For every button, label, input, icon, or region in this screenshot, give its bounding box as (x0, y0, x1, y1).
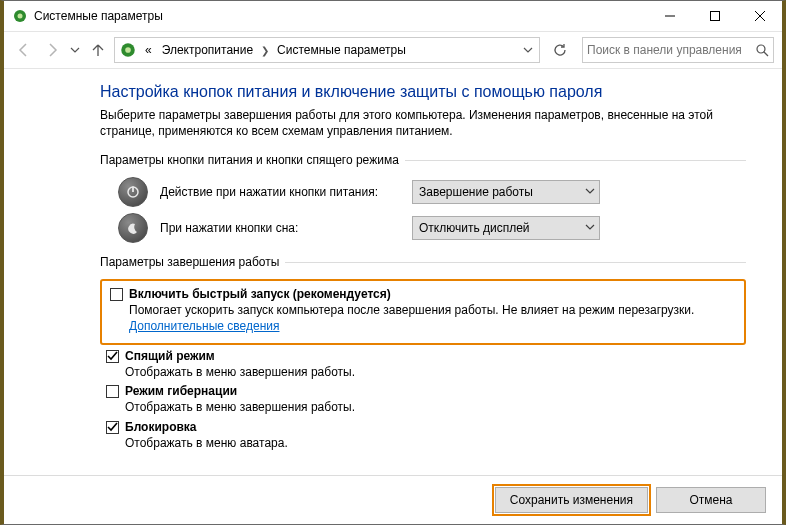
chevron-right-icon: ❯ (259, 45, 271, 56)
cancel-button[interactable]: Отмена (656, 487, 766, 513)
minimize-button[interactable] (647, 1, 692, 31)
breadcrumb-seg-2[interactable]: Системные параметры (273, 38, 410, 62)
address-bar[interactable]: « Электропитание ❯ Системные параметры (114, 37, 540, 63)
svg-rect-3 (710, 12, 719, 21)
maximize-button[interactable] (692, 1, 737, 31)
lock-checkbox[interactable] (106, 421, 119, 434)
option-sleep: Спящий режим Отображать в меню завершени… (106, 349, 746, 381)
breadcrumb-root[interactable]: « (141, 38, 156, 62)
sleep-checkbox[interactable] (106, 350, 119, 363)
location-icon (119, 41, 137, 59)
sleep-button-action-select[interactable]: Отключить дисплей (412, 216, 600, 240)
select-value: Завершение работы (419, 185, 533, 199)
app-icon (12, 8, 28, 24)
option-title: Режим гибернации (125, 384, 237, 398)
close-button[interactable] (737, 1, 782, 31)
address-dropdown-button[interactable] (519, 38, 537, 62)
option-description: Отображать в меню завершения работы. (125, 400, 746, 416)
hibernate-checkbox[interactable] (106, 385, 119, 398)
search-input[interactable] (583, 38, 751, 62)
svg-point-7 (125, 47, 131, 53)
power-icon (118, 177, 148, 207)
fast-startup-checkbox[interactable] (110, 288, 123, 301)
caption-buttons (647, 1, 782, 31)
svg-point-1 (18, 14, 23, 19)
option-description: Отображать в меню завершения работы. (125, 365, 746, 381)
sleep-icon (118, 213, 148, 243)
divider (285, 262, 746, 263)
section-power-buttons: Параметры кнопки питания и кнопки спящег… (100, 153, 746, 167)
window: Системные параметры (0, 0, 786, 525)
option-fast-startup: Включить быстрый запуск (рекомендуется) … (110, 287, 736, 334)
breadcrumb-seg-1[interactable]: Электропитание (158, 38, 257, 62)
section-shutdown-settings: Параметры завершения работы (100, 255, 746, 269)
content-area: Настройка кнопок питания и включение защ… (4, 69, 782, 475)
chevron-down-icon (585, 221, 595, 235)
power-button-action-select[interactable]: Завершение работы (412, 180, 600, 204)
navbar: « Электропитание ❯ Системные параметры (4, 32, 782, 69)
svg-point-8 (757, 45, 765, 53)
window-title: Системные параметры (34, 9, 647, 23)
select-value: Отключить дисплей (419, 221, 530, 235)
power-button-label: Действие при нажатии кнопки питания: (160, 185, 400, 199)
row-sleep-button: При нажатии кнопки сна: Отключить диспле… (118, 213, 746, 243)
option-title: Спящий режим (125, 349, 215, 363)
section-label: Параметры кнопки питания и кнопки спящег… (100, 153, 399, 167)
option-description: Отображать в меню аватара. (125, 436, 746, 452)
chevron-down-icon (585, 185, 595, 199)
option-title: Включить быстрый запуск (рекомендуется) (129, 287, 391, 301)
back-button[interactable] (12, 38, 36, 62)
highlight-fast-startup: Включить быстрый запуск (рекомендуется) … (100, 279, 746, 344)
search-box[interactable] (582, 37, 774, 63)
refresh-button[interactable] (546, 37, 574, 63)
option-description: Помогает ускорить запуск компьютера посл… (129, 303, 736, 334)
recent-locations-button[interactable] (68, 45, 82, 55)
svg-line-9 (764, 52, 768, 56)
save-button[interactable]: Сохранить изменения (495, 487, 648, 513)
option-title: Блокировка (125, 420, 197, 434)
page-title: Настройка кнопок питания и включение защ… (100, 83, 746, 101)
learn-more-link[interactable]: Дополнительные сведения (129, 319, 279, 333)
option-hibernate: Режим гибернации Отображать в меню завер… (106, 384, 746, 416)
page-description: Выберите параметры завершения работы для… (100, 107, 746, 139)
row-power-button: Действие при нажатии кнопки питания: Зав… (118, 177, 746, 207)
titlebar: Системные параметры (4, 1, 782, 32)
forward-button[interactable] (40, 38, 64, 62)
footer: Сохранить изменения Отмена (4, 475, 782, 524)
section-label: Параметры завершения работы (100, 255, 279, 269)
divider (405, 160, 746, 161)
search-icon[interactable] (751, 38, 773, 62)
option-lock: Блокировка Отображать в меню аватара. (106, 420, 746, 452)
sleep-button-label: При нажатии кнопки сна: (160, 221, 400, 235)
up-button[interactable] (86, 38, 110, 62)
